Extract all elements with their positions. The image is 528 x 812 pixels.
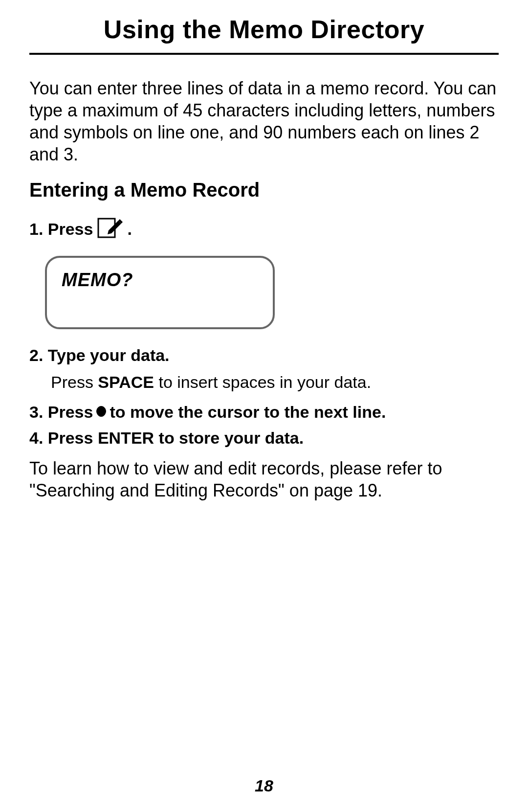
step-2-detail: Press SPACE to insert spaces in your dat… [51,372,499,393]
intro-paragraph: You can enter three lines of data in a m… [29,77,499,165]
down-arrow-icon [95,403,108,422]
lcd-display-text: MEMO? [62,270,258,291]
section-heading: Entering a Memo Record [29,179,499,201]
page-number: 18 [0,776,528,795]
step-1-suffix: . [127,220,132,239]
step-1: 1. Press . [29,215,499,243]
step-3-suffix: to move the cursor to the next line. [110,403,386,422]
manual-page: Using the Memo Directory You can enter t… [0,0,528,812]
step-2-keyword: SPACE [98,373,154,391]
step-1-prefix: 1. Press [29,220,93,239]
step-2: 2. Type your data. [29,346,499,365]
closing-paragraph: To learn how to view and edit records, p… [29,457,499,501]
lcd-display: MEMO? [45,256,275,329]
step-2-detail-pre: Press [51,373,98,391]
step-4: 4. Press ENTER to store your data. [29,429,499,448]
memo-icon [97,215,124,243]
page-title: Using the Memo Directory [29,15,499,55]
step-2-detail-post: to insert spaces in your data. [154,373,371,391]
step-3: 3. Press to move the cursor to the next … [29,403,499,422]
step-3-prefix: 3. Press [29,403,93,422]
